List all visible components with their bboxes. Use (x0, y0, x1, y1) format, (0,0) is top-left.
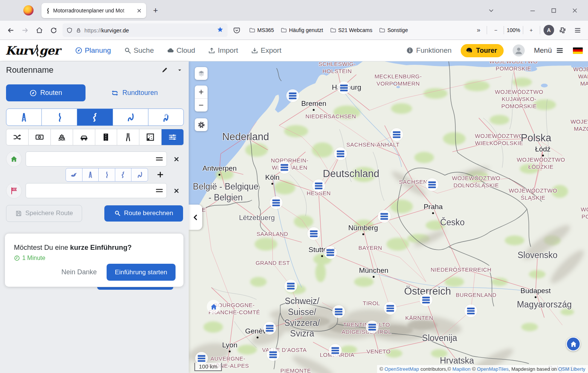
attribution-link[interactable]: Mapilion (452, 366, 470, 372)
tab-rundtouren[interactable]: Rundtouren (86, 89, 183, 97)
cluster-marker[interactable] (338, 81, 350, 94)
browser-zoom-level[interactable]: 100% (507, 27, 520, 33)
remove-start-button[interactable] (171, 154, 181, 164)
reload-button[interactable] (47, 23, 60, 37)
overflow-chevron-icon[interactable]: » (474, 26, 483, 34)
layers-button[interactable] (195, 67, 208, 80)
curviness-extreme-button[interactable] (148, 109, 183, 125)
nav-item-planung[interactable]: Planung (75, 46, 111, 55)
bookmark-folder[interactable]: Sonstige (376, 25, 410, 35)
curviness-fastest-button[interactable] (6, 109, 42, 125)
option-avoid-motorway-button[interactable] (73, 129, 95, 145)
new-tab-button[interactable]: + (150, 5, 161, 16)
cluster-marker[interactable] (334, 147, 347, 160)
remove-end-button[interactable] (171, 186, 181, 196)
cluster-marker[interactable] (390, 128, 403, 141)
nav-item-import[interactable]: Import (208, 46, 238, 55)
curviness-slight-button[interactable] (42, 109, 77, 125)
maximize-button[interactable] (546, 4, 562, 17)
add-waypoint-button[interactable] (154, 169, 166, 180)
cluster-marker[interactable] (378, 210, 391, 223)
curviness-very-curvy-button[interactable] (113, 109, 148, 125)
pocket-icon[interactable] (230, 23, 243, 37)
cluster-marker[interactable] (267, 348, 279, 361)
start-intro-button[interactable]: Einführung starten (107, 264, 176, 281)
cluster-marker[interactable] (278, 161, 291, 174)
tab-routen[interactable]: Routen (6, 84, 86, 101)
cluster-marker[interactable] (312, 179, 325, 192)
account-avatar[interactable]: A (544, 25, 554, 35)
option-alternative-routes-button[interactable] (6, 129, 29, 145)
bookmark-folder[interactable]: MS365 (246, 25, 276, 35)
bookmark-folder[interactable]: S21 Webcams (327, 25, 375, 35)
cluster-marker[interactable] (329, 344, 342, 357)
home-marker[interactable] (207, 300, 220, 313)
map[interactable]: SCHLESWIG- HOLSTEINMECKLENBURG- VORPOMME… (189, 61, 588, 373)
cluster-marker[interactable] (332, 305, 345, 318)
cluster-marker[interactable] (263, 322, 276, 335)
menu-button[interactable]: Menü (534, 46, 564, 55)
map-settings-button[interactable] (195, 118, 208, 131)
nav-item-cloud[interactable]: Cloud (167, 46, 195, 55)
option-avoid-toll-button[interactable]: 0 (29, 129, 51, 145)
tracking-shield-icon[interactable] (66, 27, 73, 34)
nav-item-export[interactable]: Export (251, 46, 281, 55)
browser-tab[interactable]: Motorradroutenplaner und Mot (41, 3, 146, 18)
leg-slight-button[interactable] (99, 168, 115, 181)
url-text[interactable]: https://kurviger.de (84, 27, 214, 34)
option-avoid-ferry-button[interactable] (51, 129, 73, 145)
map-zoom-in-button[interactable]: + (195, 86, 208, 99)
drag-handle-icon[interactable] (156, 157, 163, 161)
cluster-marker[interactable] (284, 280, 297, 292)
lock-icon[interactable] (75, 27, 82, 34)
url-bar[interactable]: https://kurviger.de (63, 23, 228, 37)
cluster-marker[interactable] (420, 294, 432, 306)
leg-curvy-button[interactable] (115, 168, 132, 181)
curviness-curvy-button[interactable] (77, 109, 113, 125)
bookmark-star-icon[interactable] (217, 26, 224, 35)
end-waypoint-input[interactable] (30, 187, 156, 194)
cluster-marker[interactable] (426, 178, 438, 191)
leg-fastest-button[interactable] (82, 168, 99, 181)
tourer-badge[interactable]: Tourer (461, 44, 504, 57)
user-avatar[interactable] (513, 44, 525, 57)
drag-handle-icon[interactable] (156, 189, 163, 193)
attribution-link[interactable]: OSM Liberty (558, 366, 585, 372)
option-settings-button[interactable] (162, 129, 183, 145)
nav-item-suche[interactable]: Suche (124, 46, 154, 55)
cluster-marker[interactable] (384, 302, 397, 315)
zoom-in-button[interactable]: + (526, 23, 536, 37)
german-flag-icon[interactable] (573, 47, 583, 54)
bookmark-folder[interactable]: Häufig genutzt (278, 25, 325, 35)
option-avoid-main-roads-button[interactable] (95, 129, 118, 145)
close-button[interactable] (567, 4, 583, 17)
forward-button[interactable] (18, 23, 32, 37)
attribution-link[interactable]: OpenStreetMap (385, 366, 419, 372)
minimize-button[interactable] (525, 4, 541, 17)
extensions-icon[interactable] (556, 23, 569, 37)
start-waypoint-input[interactable] (30, 156, 156, 163)
attribution-link[interactable]: OpenMapTiles (477, 366, 509, 372)
tab-list-chevron-icon[interactable] (483, 4, 499, 17)
cluster-marker[interactable] (324, 246, 337, 259)
sidebar-collapse-button[interactable] (189, 205, 202, 230)
decline-intro-button[interactable]: Nein Danke (61, 268, 97, 276)
back-button[interactable] (4, 23, 17, 37)
option-avoid-unpaved-button[interactable] (139, 129, 162, 145)
home-marker[interactable] (566, 337, 580, 351)
chevron-down-icon[interactable] (176, 67, 183, 73)
save-route-button[interactable]: Speichere Route (6, 205, 82, 222)
kurviger-logo[interactable]: Kurvger (5, 44, 60, 57)
edit-pencil-icon[interactable] (161, 67, 168, 73)
home-button[interactable] (32, 23, 46, 37)
zoom-out-button[interactable]: − (490, 23, 501, 37)
option-small-roads-button[interactable] (117, 129, 139, 145)
cluster-marker[interactable] (366, 321, 379, 333)
funktionen-link[interactable]: Funktionen (406, 46, 452, 55)
cluster-marker[interactable] (307, 227, 320, 240)
beeline-button[interactable] (66, 168, 82, 181)
hamburger-menu-icon[interactable] (571, 23, 584, 37)
calculate-route-button[interactable]: Route berechnen (104, 205, 183, 222)
tab-close-icon[interactable] (135, 6, 143, 15)
cluster-marker[interactable] (464, 304, 477, 317)
